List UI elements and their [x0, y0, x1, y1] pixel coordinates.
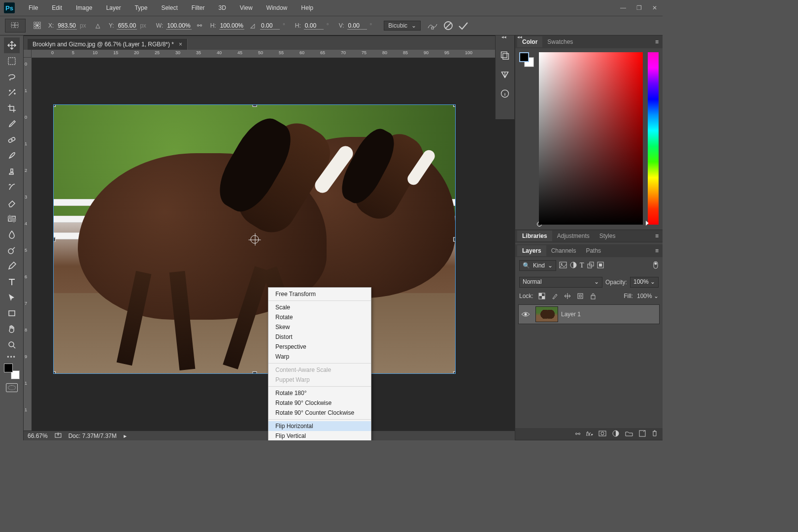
- menu-view[interactable]: View: [233, 0, 260, 16]
- context-rotate-90-counter-clockwise[interactable]: Rotate 90° Counter Clockwise: [268, 408, 371, 418]
- healing-brush-tool[interactable]: [4, 132, 20, 148]
- fill-value[interactable]: 100% ⌄: [637, 293, 659, 299]
- tab-adjustments[interactable]: Adjustments: [552, 231, 595, 241]
- vskew-value[interactable]: 0.00: [347, 22, 367, 30]
- filter-image-icon[interactable]: [559, 262, 567, 270]
- eraser-tool[interactable]: [4, 195, 20, 211]
- layer-style-icon[interactable]: fx▾: [586, 431, 593, 437]
- properties-panel-icon[interactable]: [500, 69, 510, 81]
- foreground-color[interactable]: [519, 52, 529, 62]
- edit-toolbar-button[interactable]: •••: [7, 354, 16, 361]
- fg-bg-colors[interactable]: [4, 364, 20, 379]
- panel-menu-icon[interactable]: ≡: [651, 38, 663, 45]
- menu-type[interactable]: Type: [128, 0, 154, 16]
- filter-type-icon[interactable]: T: [580, 262, 584, 269]
- lock-transparency-icon[interactable]: [537, 292, 546, 300]
- reference-point-icon[interactable]: [33, 21, 42, 31]
- brush-tool[interactable]: [4, 148, 20, 164]
- dodge-tool[interactable]: [4, 242, 20, 258]
- tab-paths[interactable]: Paths: [581, 245, 606, 256]
- transform-handle-s[interactable]: [252, 371, 257, 373]
- hskew-value[interactable]: 0.00: [304, 22, 324, 30]
- tab-channels[interactable]: Channels: [546, 245, 581, 256]
- lasso-tool[interactable]: [4, 69, 20, 85]
- angle-value[interactable]: 0.00: [260, 22, 280, 30]
- layer-group-icon[interactable]: [625, 431, 633, 438]
- doc-size[interactable]: Doc: 7.37M/7.37M: [68, 432, 117, 439]
- transform-handle-sw[interactable]: [54, 371, 56, 373]
- context-rotate-90-clockwise[interactable]: Rotate 90° Clockwise: [268, 398, 371, 408]
- commit-transform-icon[interactable]: [458, 21, 468, 31]
- blur-tool[interactable]: [4, 227, 20, 242]
- context-skew[interactable]: Skew: [268, 322, 371, 332]
- menu-3d[interactable]: 3D: [211, 0, 233, 16]
- menu-window[interactable]: Window: [260, 0, 295, 16]
- link-icon[interactable]: ⚯: [195, 21, 204, 31]
- eyedropper-tool[interactable]: [4, 116, 20, 132]
- close-button[interactable]: ✕: [647, 2, 663, 14]
- quick-mask-button[interactable]: [6, 383, 18, 392]
- fg-bg-swatch[interactable]: [519, 52, 534, 67]
- delete-layer-icon[interactable]: [652, 430, 658, 438]
- panel-menu-icon[interactable]: ≡: [651, 247, 663, 254]
- visibility-icon[interactable]: [519, 311, 532, 317]
- gradient-tool[interactable]: [4, 211, 20, 227]
- panel-menu-icon[interactable]: ≡: [651, 233, 663, 239]
- filter-shape-icon[interactable]: [587, 262, 594, 270]
- adjustment-layer-icon[interactable]: [612, 430, 619, 438]
- x-value[interactable]: 983.50: [57, 22, 77, 30]
- pen-tool[interactable]: [4, 258, 20, 274]
- menu-edit[interactable]: Edit: [45, 0, 69, 16]
- tool-preset-picker[interactable]: [5, 19, 26, 33]
- move-tool[interactable]: [4, 37, 20, 53]
- zoom-value[interactable]: 66.67%: [28, 432, 48, 439]
- transform-handle-e[interactable]: [453, 237, 455, 241]
- layer-row[interactable]: Layer 1: [518, 304, 660, 324]
- layer-filter-select[interactable]: 🔍 Kind ⌄: [519, 260, 556, 271]
- color-field[interactable]: [539, 52, 643, 225]
- layer-thumbnail[interactable]: [535, 306, 558, 322]
- menu-filter[interactable]: Filter: [185, 0, 212, 16]
- context-rotate-180-[interactable]: Rotate 180°: [268, 388, 371, 398]
- lock-artboard-icon[interactable]: [576, 292, 585, 300]
- lock-all-icon[interactable]: [589, 292, 598, 300]
- ruler-horizontal[interactable]: 0510152025303540455055606570758085909510…: [32, 50, 515, 58]
- path-select-tool[interactable]: [4, 290, 20, 305]
- context-flip-horizontal[interactable]: Flip Horizontal: [268, 421, 371, 431]
- export-icon[interactable]: [55, 432, 62, 439]
- link-layers-icon[interactable]: ⚯: [575, 431, 580, 437]
- opacity-value[interactable]: 100% ⌄: [630, 277, 659, 288]
- context-flip-vertical[interactable]: Flip Vertical: [268, 431, 371, 440]
- filter-smart-icon[interactable]: [597, 262, 604, 270]
- hand-tool[interactable]: [4, 321, 20, 337]
- transform-center[interactable]: [250, 235, 259, 243]
- hue-slider[interactable]: [648, 52, 659, 225]
- image-layer[interactable]: [54, 105, 455, 373]
- history-panel-icon[interactable]: [500, 50, 510, 62]
- interpolation-select[interactable]: Bicubic⌄: [384, 21, 421, 31]
- context-distort[interactable]: Distort: [268, 332, 371, 342]
- blend-mode-select[interactable]: Normal⌄: [519, 277, 602, 288]
- menu-help[interactable]: Help: [294, 0, 320, 16]
- transform-handle-se[interactable]: [453, 371, 455, 373]
- transform-handle-nw[interactable]: [54, 105, 56, 107]
- transform-handle-n[interactable]: [252, 105, 257, 107]
- hue-indicator[interactable]: [646, 221, 649, 226]
- filter-adjust-icon[interactable]: [570, 262, 577, 270]
- menu-layer[interactable]: Layer: [99, 0, 128, 16]
- document-tab[interactable]: Brooklyn and Gizmo.jpg @ 66.7% (Layer 1,…: [28, 39, 188, 50]
- crop-tool[interactable]: [4, 100, 20, 116]
- w-value[interactable]: 100.00%: [166, 22, 191, 30]
- menu-image[interactable]: Image: [69, 0, 99, 16]
- status-menu-icon[interactable]: ▸: [124, 432, 127, 439]
- tab-libraries[interactable]: Libraries: [517, 231, 552, 241]
- menu-file[interactable]: File: [22, 0, 45, 16]
- context-free-transform[interactable]: Free Transform: [268, 289, 371, 299]
- context-scale[interactable]: Scale: [268, 302, 371, 312]
- marquee-tool[interactable]: [4, 53, 20, 69]
- context-rotate[interactable]: Rotate: [268, 312, 371, 322]
- ruler-origin[interactable]: [24, 50, 32, 58]
- transform-handle-w[interactable]: [54, 237, 56, 241]
- rectangle-tool[interactable]: [4, 305, 20, 321]
- lock-position-icon[interactable]: [563, 292, 572, 300]
